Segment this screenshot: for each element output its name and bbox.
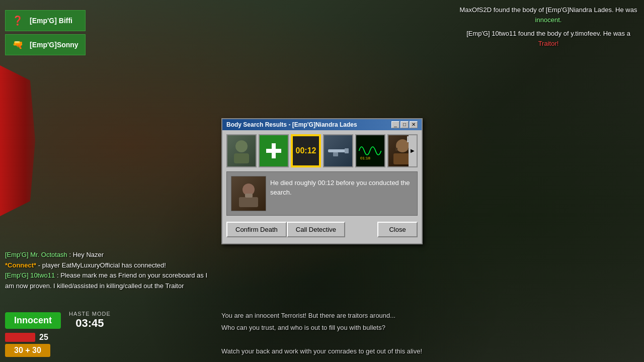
svg-point-0 bbox=[235, 140, 248, 152]
svg-rect-4 bbox=[333, 152, 338, 156]
play-button[interactable]: ▶ bbox=[409, 135, 417, 166]
info-icon-svg bbox=[235, 179, 263, 207]
modal-titlebar: Body Search Results - [Emp'G]Niandra Lad… bbox=[222, 119, 422, 130]
time-display: 00:12 bbox=[292, 135, 320, 166]
modal-overlay: Body Search Results - [Emp'G]Niandra Lad… bbox=[0, 0, 644, 362]
sine-svg: 01:18 bbox=[358, 141, 383, 161]
info-icon bbox=[231, 176, 266, 211]
evidence-time-selected[interactable]: 00:12 bbox=[291, 134, 321, 167]
time-value: 00:12 bbox=[296, 146, 316, 155]
svg-text:01:18: 01:18 bbox=[360, 155, 371, 160]
svg-rect-11 bbox=[239, 197, 258, 207]
evidence-avatar[interactable] bbox=[226, 134, 257, 167]
close-button[interactable]: Close bbox=[377, 222, 418, 237]
svg-rect-8 bbox=[395, 148, 397, 151]
svg-rect-1 bbox=[234, 153, 249, 163]
svg-rect-2 bbox=[328, 149, 346, 152]
health-cross-display bbox=[260, 135, 288, 166]
evidence-sine[interactable]: 01:18 bbox=[355, 134, 385, 167]
call-detective-button[interactable]: Call Detective bbox=[287, 222, 345, 237]
avatar-svg bbox=[231, 138, 252, 163]
modal-controls: _ □ ✕ bbox=[391, 121, 418, 128]
avatar-display bbox=[227, 135, 256, 166]
evidence-portrait[interactable]: it's ▶ bbox=[387, 134, 418, 167]
info-panel: He died roughly 00:12 before you conduct… bbox=[226, 171, 418, 216]
confirm-death-button[interactable]: Confirm Death bbox=[226, 222, 287, 237]
body-search-modal: Body Search Results - [Emp'G]Niandra Lad… bbox=[221, 118, 423, 244]
weapon-svg bbox=[326, 143, 351, 158]
modal-title: Body Search Results - [Emp'G]Niandra Lad… bbox=[226, 121, 357, 128]
sine-display: 01:18 bbox=[356, 135, 384, 166]
svg-rect-3 bbox=[345, 148, 349, 153]
modal-close-button[interactable]: ✕ bbox=[410, 121, 418, 128]
modal-maximize-button[interactable]: □ bbox=[400, 121, 409, 128]
evidence-health[interactable] bbox=[259, 134, 289, 167]
svg-rect-12 bbox=[245, 194, 253, 198]
health-cross-icon bbox=[266, 143, 281, 158]
info-text: He died roughly 00:12 before you conduct… bbox=[270, 176, 413, 198]
weapon-display bbox=[324, 135, 352, 166]
evidence-weapon[interactable] bbox=[323, 134, 353, 167]
modal-content: 00:12 bbox=[222, 130, 422, 243]
evidence-row: 00:12 bbox=[226, 134, 418, 167]
modal-minimize-button[interactable]: _ bbox=[391, 121, 399, 128]
action-row: Confirm Death Call Detective Close bbox=[226, 220, 418, 239]
